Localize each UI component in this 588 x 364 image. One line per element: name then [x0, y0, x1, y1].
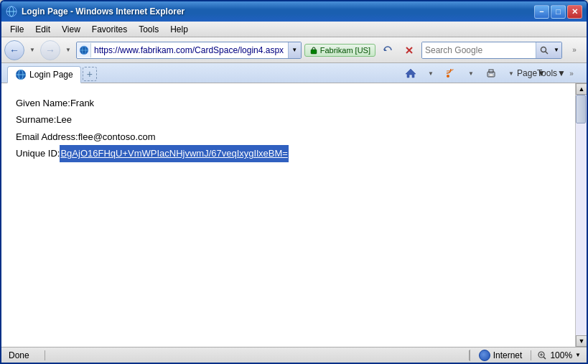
- given-name-label: Given Name:: [16, 95, 70, 111]
- vertical-scrollbar: ▲ ▼: [575, 83, 587, 347]
- tools-button[interactable]: Tools ▼: [542, 64, 561, 83]
- scroll-track: [576, 95, 587, 335]
- maximize-button[interactable]: □: [551, 5, 566, 19]
- surname-label: Surname:: [16, 111, 56, 128]
- nav-bar: ← ▼ → ▼ ▼ Fabrikam [US]: [1, 37, 587, 63]
- zone-label: Internet: [493, 350, 523, 360]
- status-sep1: [45, 350, 45, 360]
- new-tab-button[interactable]: +: [83, 67, 97, 81]
- window-title: Login Page - Windows Internet Explorer: [22, 6, 534, 17]
- stop-button[interactable]: [400, 41, 419, 60]
- home-button[interactable]: [401, 64, 420, 83]
- svg-marker-15: [406, 69, 416, 78]
- tab-favicon: [15, 69, 27, 80]
- status-text: Done: [1, 350, 45, 360]
- scroll-up-button[interactable]: ▲: [576, 83, 587, 95]
- forward-dropdown[interactable]: ▼: [63, 40, 73, 60]
- tab-label: Login Page: [29, 70, 73, 80]
- feeds-dropdown[interactable]: ▼: [462, 64, 480, 83]
- status-zoom: 100% ▼: [531, 350, 587, 360]
- forward-button[interactable]: →: [40, 40, 60, 60]
- window-controls: − □ ✕: [534, 5, 582, 19]
- menu-edit[interactable]: Edit: [29, 23, 56, 36]
- close-button[interactable]: ✕: [567, 5, 582, 19]
- given-name-line: Given Name:Frank: [16, 95, 561, 111]
- svg-point-10: [541, 47, 546, 52]
- menu-bar: File Edit View Favorites Tools Help: [1, 22, 587, 37]
- app-icon: [6, 6, 17, 17]
- page-content-scroll: Given Name:Frank Surname:Lee Email Addre…: [1, 83, 575, 347]
- svg-rect-19: [489, 74, 493, 76]
- status-zone: Internet: [470, 350, 531, 361]
- menu-view[interactable]: View: [56, 23, 86, 36]
- surname-value: Lee: [56, 111, 72, 128]
- email-line: Email Address:flee@contoso.com: [16, 129, 561, 145]
- menu-file[interactable]: File: [4, 23, 29, 36]
- svg-point-16: [447, 75, 449, 78]
- cert-label: Fabrikam [US]: [320, 46, 370, 55]
- menu-favorites[interactable]: Favorites: [86, 23, 133, 36]
- scroll-down-button[interactable]: ▼: [576, 335, 587, 347]
- nav-extra-button[interactable]: »: [565, 41, 584, 60]
- home-dropdown[interactable]: ▼: [421, 64, 440, 83]
- svg-line-22: [543, 357, 546, 359]
- certificate-badge[interactable]: Fabrikam [US]: [304, 44, 375, 57]
- unique-id-value[interactable]: BgAjO16FHqU+VmWPIacNHjvwmJ/67veqIxygIlxe…: [60, 145, 288, 162]
- svg-line-11: [545, 51, 548, 54]
- svg-rect-6: [311, 50, 317, 54]
- search-bar: ▼: [421, 42, 562, 59]
- zone-icon: [479, 350, 490, 361]
- menu-tools[interactable]: Tools: [133, 23, 164, 36]
- zoom-level: 100%: [550, 350, 572, 360]
- refresh-button[interactable]: [378, 41, 397, 60]
- menu-help[interactable]: Help: [164, 23, 194, 36]
- page-content: Given Name:Frank Surname:Lee Email Addre…: [1, 83, 575, 174]
- tab-toolbar-right: ▼ ▼ ▼ Page ▼ Tools ▼ »: [401, 64, 581, 83]
- scroll-thumb[interactable]: [576, 95, 586, 123]
- email-label: Email Address:: [16, 129, 78, 145]
- search-dropdown[interactable]: ▼: [551, 42, 561, 58]
- back-button[interactable]: ←: [4, 40, 24, 60]
- status-bar: Done Internet 100% ▼: [1, 347, 587, 363]
- feeds-button[interactable]: [442, 64, 460, 83]
- title-bar: Login Page - Windows Internet Explorer −…: [1, 1, 587, 22]
- search-button[interactable]: [536, 42, 551, 58]
- unique-id-line: Unique ID:BgAjO16FHqU+VmWPIacNHjvwmJ/67v…: [16, 145, 561, 162]
- address-input[interactable]: [91, 42, 288, 58]
- address-bar: ▼: [76, 42, 302, 59]
- extra-button[interactable]: »: [562, 64, 581, 83]
- browser-window: Login Page - Windows Internet Explorer −…: [0, 0, 588, 364]
- svg-marker-7: [384, 48, 387, 51]
- search-input[interactable]: [422, 42, 536, 58]
- address-dropdown[interactable]: ▼: [288, 42, 301, 58]
- given-name-value: Frank: [70, 95, 94, 111]
- surname-line: Surname:Lee: [16, 111, 561, 128]
- content-area: Given Name:Frank Surname:Lee Email Addre…: [1, 83, 587, 347]
- tab-login-page[interactable]: Login Page: [7, 66, 81, 83]
- unique-id-label: Unique ID:: [16, 145, 60, 162]
- zoom-icon: [537, 350, 547, 360]
- back-dropdown[interactable]: ▼: [27, 40, 37, 60]
- tab-bar: Login Page + ▼ ▼ ▼ Page ▼ Tools ▼ »: [1, 63, 587, 83]
- email-value: flee@contoso.com: [78, 129, 156, 145]
- print-button[interactable]: [482, 64, 500, 83]
- zoom-dropdown[interactable]: ▼: [575, 352, 581, 358]
- address-security-icon: [77, 43, 91, 57]
- minimize-button[interactable]: −: [534, 5, 549, 19]
